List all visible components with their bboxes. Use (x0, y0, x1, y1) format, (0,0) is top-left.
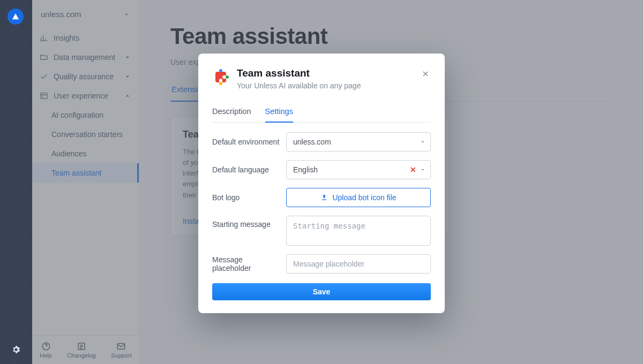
settings-form: Default environment unless.com Default l… (212, 132, 431, 274)
extension-icon (212, 69, 229, 86)
svg-point-7 (219, 82, 222, 85)
caret-down-icon (420, 166, 426, 173)
upload-label: Upload bot icon file (332, 193, 396, 202)
label-default-environment: Default environment (212, 138, 282, 146)
svg-point-5 (219, 69, 222, 72)
close-button[interactable] (418, 66, 433, 81)
select-value: English (293, 165, 318, 174)
modal-title: Team assistant (237, 67, 361, 79)
modal-title-group: Team assistant Your Unless AI available … (237, 67, 361, 90)
starting-message-input[interactable] (286, 216, 431, 246)
modal-tab-description[interactable]: Description (212, 102, 251, 122)
select-value: unless.com (293, 138, 331, 146)
svg-point-6 (226, 75, 229, 79)
label-starting-message: Starting message (212, 216, 282, 229)
select-default-environment[interactable]: unless.com (286, 132, 431, 151)
brand-logo[interactable] (8, 9, 24, 25)
modal-subtitle: Your Unless AI available on any page (237, 81, 361, 90)
caret-down-icon (420, 139, 426, 145)
modal-tabs: Description Settings (212, 102, 431, 123)
label-bot-logo: Bot logo (212, 193, 282, 202)
clear-language-button[interactable]: ✕ (410, 165, 416, 174)
team-assistant-modal: Team assistant Your Unless AI available … (198, 54, 445, 313)
upload-icon (320, 194, 328, 201)
message-placeholder-input[interactable] (286, 254, 431, 274)
select-default-language[interactable]: English ✕ (286, 160, 431, 179)
close-icon (421, 70, 430, 78)
label-default-language: Default language (212, 165, 282, 174)
settings-icon[interactable] (11, 345, 21, 354)
modal-header: Team assistant Your Unless AI available … (212, 67, 431, 90)
label-message-placeholder: Message placeholder (212, 255, 282, 272)
upload-bot-icon-button[interactable]: Upload bot icon file (286, 188, 431, 207)
modal-tab-settings[interactable]: Settings (265, 102, 293, 122)
tent-icon (11, 12, 20, 21)
save-button[interactable]: Save (212, 283, 431, 300)
